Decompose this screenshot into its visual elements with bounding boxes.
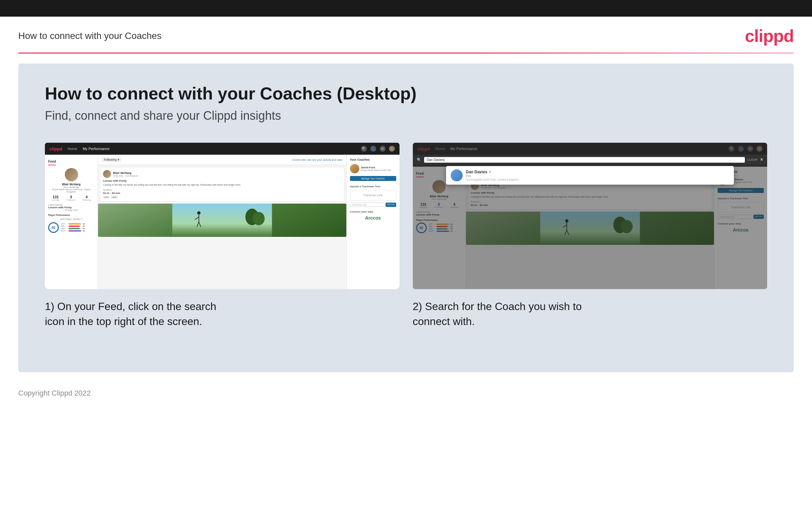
- sc-trackman-input-row-1: Trackman Link Add Link: [350, 203, 396, 207]
- sc-stat-activities: 131 Activities: [52, 195, 60, 201]
- avatar-icon-1[interactable]: B: [389, 146, 395, 152]
- sc-quality-label-1: Total Player Quality ⓘ: [48, 218, 94, 221]
- sc-profile-handicap-2: Plus Handicap: [416, 198, 462, 200]
- sc-navbar-2: clippd Home My Performance 🔍 👤 ⚙ B: [413, 143, 767, 155]
- header-divider: [18, 52, 794, 53]
- sc-manage-btn-2[interactable]: Manage Your Coaches: [718, 188, 764, 193]
- avatar-icon-2[interactable]: B: [757, 146, 762, 152]
- sc-trackman-box-1: Trackman Link: [350, 190, 396, 201]
- sc-feed-content-2: Feed Blair McHarg Plus Handicap 131 Acti…: [413, 167, 767, 289]
- sc-search-icon-overlay: 🔍: [417, 158, 422, 162]
- sc-connect-title-1: Connect your data: [350, 210, 396, 213]
- sc-perf-title-1: Player Performance: [48, 214, 94, 216]
- search-icon-2[interactable]: 🔍: [728, 146, 734, 152]
- sc-post-tags-1: OTT APP: [103, 196, 341, 199]
- sc-feed-tab-1[interactable]: Feed: [48, 160, 56, 165]
- sc-post-title-1: Lesson with Fordy: [103, 179, 341, 182]
- sc-search-dropdown-2: Dan Davies ✓ Pro Sunningdale Golf Club, …: [446, 166, 734, 185]
- sc-search-overlay-2: 🔍 Dan Davies| CLEAR ×: [413, 155, 767, 165]
- sc-left-panel-2: Feed Blair McHarg Plus Handicap 131 Acti…: [413, 167, 466, 289]
- footer-copyright: Copyright Clippd 2022: [18, 389, 91, 397]
- user-icon-1[interactable]: 👤: [370, 146, 376, 152]
- sc-following-btn-1[interactable]: Following ▾: [102, 157, 121, 162]
- sc-nav-performance-2[interactable]: My Performance: [450, 147, 477, 151]
- sc-tag-ott-1: OTT: [103, 196, 110, 199]
- header-title: How to connect with your Coaches: [18, 31, 161, 41]
- sc-nav-home-1[interactable]: Home: [67, 147, 77, 151]
- sc-quality-score-1: 92: [48, 222, 59, 233]
- sc-search-close-2[interactable]: ×: [760, 157, 763, 163]
- sc-upload-section-1: Upload a Trackman Test Trackman Link Tra…: [350, 185, 396, 207]
- golf-image-svg-1: [98, 204, 346, 237]
- sc-stat-val-following: 4: [83, 195, 91, 199]
- sc-main-feed-1: Following ▾ Control who can see your act…: [98, 155, 346, 289]
- page-heading: How to connect with your Coaches (Deskto…: [45, 84, 767, 103]
- svg-point-10: [621, 220, 632, 233]
- sc-stats-2: 131 Activities 3 Followers 4 Following: [416, 202, 462, 208]
- sc-add-link-btn-1[interactable]: Add Link: [386, 203, 396, 207]
- caption-1: 1) On your Feed, click on the searchicon…: [45, 299, 399, 329]
- sc-post-duration-1: 01 hr : 30 min: [103, 192, 341, 195]
- sc-feed-tab-2: Feed: [416, 172, 424, 177]
- screenshot-frame-2: clippd Home My Performance 🔍 👤 ⚙ B 🔍 Dan…: [413, 143, 767, 289]
- footer: Copyright Clippd 2022: [0, 382, 812, 404]
- sc-coaches-title-1: Your Coaches: [350, 158, 396, 161]
- sc-feed-header-1: Following ▾ Control who can see your act…: [98, 155, 346, 165]
- sc-verified-icon-2: ✓: [489, 170, 491, 174]
- sc-result-role-2: Pro: [466, 174, 519, 178]
- sc-post-author-1: Blair McHarg Yesterday · Sunningdale: [103, 170, 341, 178]
- caption-2: 2) Search for the Coach you wish toconne…: [413, 299, 767, 329]
- sc-profile-img-2: [432, 180, 446, 193]
- sc-trackman-input-1[interactable]: Trackman Link: [350, 203, 385, 207]
- sc-bar-arg: ARG 86: [61, 227, 85, 229]
- sc-post-1: Blair McHarg Yesterday · Sunningdale Les…: [100, 167, 344, 202]
- search-icon-1[interactable]: 🔍: [361, 146, 367, 152]
- sc-feed-content-1: Feed Blair McHarg Plus Handicap Royal No…: [45, 155, 399, 289]
- user-icon-2[interactable]: 👤: [738, 146, 744, 152]
- clippd-logo: clippd: [745, 26, 794, 46]
- sc-connect-section-1: Connect your data Arccos: [350, 210, 396, 220]
- sc-arccos-logo-1: Arccos: [350, 215, 396, 220]
- settings-icon-1[interactable]: ⚙: [380, 146, 386, 152]
- main-content: How to connect with your Coaches (Deskto…: [18, 64, 794, 372]
- sc-search-input-2[interactable]: Dan Davies|: [424, 157, 745, 163]
- svg-point-3: [197, 211, 200, 215]
- sc-coach-club-1: Royal North Devon Golf Club: [361, 169, 391, 171]
- sc-result-name-2: Dan Davies ✓: [466, 170, 519, 174]
- sc-coach-name-1: David Ford: [361, 166, 391, 169]
- sc-bar-app: APP 85: [61, 225, 85, 227]
- sc-profile-club-1: Royal North Devon Golf Club, United King…: [48, 188, 94, 193]
- sc-nav-icons-1: 🔍 👤 ⚙ B: [361, 146, 395, 152]
- sc-profile-name-2: Blair McHarg: [416, 195, 462, 198]
- sc-stats-1: 131 Activities 3 Followers 4 Following: [48, 195, 94, 201]
- sc-activity-name-1: Lesson with Fordy: [48, 206, 94, 209]
- sc-main-feed-2: Following ▾ Control who can see your act…: [466, 167, 714, 289]
- screenshot-col-2: clippd Home My Performance 🔍 👤 ⚙ B 🔍 Dan…: [413, 143, 767, 329]
- svg-point-2: [253, 212, 265, 225]
- sc-search-result-2[interactable]: Dan Davies ✓ Pro Sunningdale Golf Club, …: [451, 169, 729, 181]
- sc-search-clear-2[interactable]: CLEAR: [748, 158, 758, 161]
- sc-post-time-1: Yesterday · Sunningdale: [113, 175, 138, 177]
- sc-perf-section-1: Player Performance Total Player Quality …: [48, 214, 94, 233]
- sc-control-link-1[interactable]: Control who can see your activity and da…: [292, 158, 342, 161]
- sc-nav-performance-1[interactable]: My Performance: [83, 147, 110, 151]
- sc-stat-label-activities: Activities: [52, 199, 60, 201]
- top-bar: [0, 0, 812, 17]
- sc-navbar-1: clippd Home My Performance 🔍 👤 ⚙ B: [45, 143, 399, 155]
- sc-post-image-1: [98, 204, 346, 237]
- screenshot-frame-1: clippd Home My Performance 🔍 👤 ⚙ B Feed: [45, 143, 399, 289]
- sc-nav-logo-2: clippd: [418, 146, 430, 152]
- sc-nav-home-2[interactable]: Home: [435, 147, 445, 151]
- sc-right-panel-2: Your Coaches Dan Davies Sunningdale Golf…: [714, 167, 767, 289]
- sc-post-avatar-1: [103, 170, 111, 178]
- sc-manage-btn-1[interactable]: Manage Your Coaches: [350, 176, 396, 181]
- settings-icon-2[interactable]: ⚙: [747, 146, 753, 152]
- sc-profile-name-1: Blair McHarg: [48, 183, 94, 186]
- sc-stat-label-followers: Followers: [67, 199, 76, 201]
- sc-profile-img-1: [65, 168, 78, 181]
- sc-bars-1: OTT 90 APP 85: [61, 223, 85, 232]
- sc-nav-icons-2: 🔍 👤 ⚙ B: [728, 146, 762, 152]
- sc-upload-title-1: Upload a Trackman Test: [350, 185, 396, 188]
- sc-coach-avatar-1: [350, 164, 359, 173]
- sc-stat-val-activities: 131: [52, 195, 60, 199]
